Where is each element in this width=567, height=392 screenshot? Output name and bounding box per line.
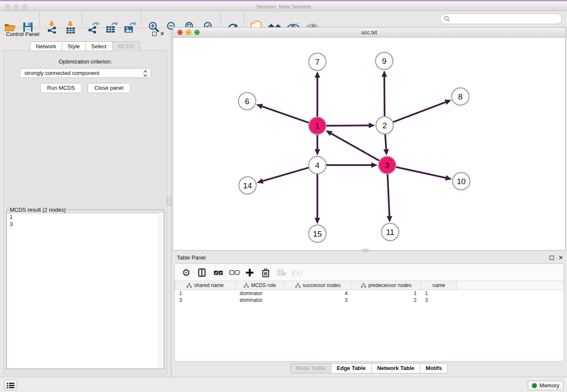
cell-shared-name[interactable]: 1 — [175, 290, 236, 297]
graph-node-9[interactable]: 9 — [376, 52, 393, 70]
graph-node-3[interactable]: 3 — [379, 157, 396, 174]
search-input[interactable] — [450, 16, 561, 22]
graph-edge-2-9[interactable] — [382, 70, 387, 117]
table-row[interactable]: 1dominator411 — [175, 290, 564, 297]
cell-predecessor-nodes[interactable]: 1 — [352, 290, 421, 297]
graph-edge-2-8[interactable] — [392, 99, 451, 122]
table-panel-float-button[interactable] — [550, 256, 554, 260]
unselect-all-icon[interactable] — [228, 266, 241, 279]
result-line: 1 — [7, 213, 163, 221]
tab-motifs[interactable]: Motifs — [420, 363, 448, 373]
svg-text:2: 2 — [383, 121, 387, 130]
graph-edge-4-15[interactable] — [315, 173, 320, 224]
result-line: 3 — [7, 221, 163, 228]
cell-filler — [457, 290, 564, 297]
cell-successor-nodes[interactable]: 3 — [284, 297, 352, 304]
network-canvas[interactable]: 7968124314101511 — [173, 38, 565, 250]
result-scrollbar[interactable] — [158, 213, 164, 369]
graph-node-14[interactable]: 14 — [239, 177, 256, 194]
cell-successor-nodes[interactable]: 4 — [284, 290, 352, 297]
table-options-gear-icon[interactable]: ⚙ — [179, 266, 193, 279]
graph-edge-1-6[interactable] — [256, 104, 310, 123]
graph-node-11[interactable]: 11 — [382, 224, 399, 241]
panel-splitter[interactable] — [171, 28, 171, 377]
run-mcds-button[interactable]: Run MCDS — [40, 83, 82, 93]
column-source-icon — [361, 283, 366, 288]
graph-edge-3-11[interactable] — [387, 173, 392, 222]
delete-column-icon[interactable] — [259, 266, 272, 279]
search-box[interactable] — [440, 14, 562, 24]
tab-edge-table[interactable]: Edge Table — [331, 363, 372, 373]
graph-edge-2-3[interactable] — [383, 133, 389, 155]
table-panel-close-button[interactable]: ✕ — [559, 254, 563, 261]
column-header-predecessor-nodes[interactable]: predecessor nodes — [352, 281, 421, 290]
network-splitter-handle[interactable] — [363, 249, 369, 252]
graph-edge-3-1[interactable] — [326, 130, 380, 161]
graph-edge-1-7[interactable] — [315, 72, 320, 118]
column-header-name[interactable]: name — [421, 281, 457, 290]
graph-node-15[interactable]: 15 — [309, 225, 326, 243]
select-all-icon[interactable] — [212, 266, 225, 279]
close-panel-button[interactable]: Close panel — [88, 83, 130, 93]
graph-node-7[interactable]: 7 — [309, 53, 326, 71]
cell-predecessor-nodes[interactable]: 2 — [352, 297, 421, 304]
svg-text:10: 10 — [457, 177, 465, 186]
graph-node-10[interactable]: 10 — [453, 173, 470, 190]
control-panel-close-button[interactable]: ✕ — [160, 30, 165, 37]
app-title-bar: Session: New Session — [0, 0, 567, 11]
network-window-titlebar: × − + scc.txt — [173, 28, 565, 38]
tab-network-table[interactable]: Network Table — [371, 363, 420, 373]
svg-text:11: 11 — [386, 228, 394, 237]
toolbar-separator — [82, 12, 82, 26]
search-icon — [444, 16, 450, 22]
optimization-criterion-dropdown[interactable]: strongly connected component — [20, 68, 151, 78]
graph-node-6[interactable]: 6 — [239, 93, 256, 110]
dropdown-selected-value: strongly connected component — [25, 70, 99, 76]
toolbar-separator — [141, 12, 141, 26]
add-column-icon[interactable] — [243, 266, 256, 279]
cell-name[interactable]: 1 — [421, 290, 457, 297]
mcds-tab-content: Optimization criterion: strongly connect… — [3, 50, 167, 375]
control-panel-header: Control Panel ✕ — [0, 28, 171, 39]
svg-text:4: 4 — [315, 161, 320, 170]
memory-label: Memory — [539, 382, 559, 389]
cell-shared-name[interactable]: 3 — [175, 297, 236, 304]
node-table-container: ⚙ f(x) shared nameMCDS rolesucces — [174, 263, 564, 362]
graph-edge-1-2[interactable] — [325, 123, 375, 128]
panel-splitter-handle[interactable] — [167, 197, 171, 206]
graph-node-2[interactable]: 2 — [376, 117, 394, 134]
list-icon — [7, 382, 14, 388]
table-panel-header: Table Panel ✕ — [173, 252, 566, 263]
table-panel-tabs: Node TableEdge TableNetwork TableMotifs — [173, 363, 566, 373]
mcds-result-textarea[interactable]: 13 — [7, 213, 163, 368]
show-column-icon[interactable] — [195, 266, 209, 279]
tab-node-table[interactable]: Node Table — [290, 363, 331, 373]
column-header-shared-name[interactable]: shared name — [175, 281, 236, 290]
graph-node-1[interactable]: 1 — [309, 117, 326, 135]
apply-function-icon: f(x) — [290, 266, 303, 279]
graph-edge-4-3[interactable] — [325, 163, 378, 168]
graph-edge-4-14[interactable] — [257, 167, 310, 184]
memory-button[interactable]: Memory — [528, 381, 564, 390]
svg-text:1: 1 — [315, 121, 320, 130]
column-header-MCDS-role[interactable]: MCDS role — [236, 281, 284, 290]
graph-edge-3-10[interactable] — [395, 167, 452, 180]
cell-MCDS-role[interactable]: dominator — [236, 290, 284, 297]
cell-name[interactable]: 3 — [421, 297, 457, 304]
graph-node-4[interactable]: 4 — [309, 157, 326, 174]
table-header-row[interactable]: shared nameMCDS rolesuccessor nodesprede… — [175, 281, 564, 290]
show-panels-button[interactable] — [4, 380, 17, 390]
graph-node-8[interactable]: 8 — [452, 88, 469, 105]
table-row[interactable]: 3dominator323 — [175, 297, 564, 304]
delete-table-icon — [275, 266, 288, 279]
column-source-icon — [244, 283, 249, 288]
cell-MCDS-role[interactable]: dominator — [236, 297, 284, 304]
column-header-filler — [457, 281, 564, 290]
control-panel-float-button[interactable] — [152, 32, 157, 36]
table-toolbar: ⚙ f(x) — [175, 264, 564, 281]
dropdown-stepper-icon — [143, 69, 148, 77]
toolbar-separator — [220, 12, 221, 26]
graph-edge-1-4[interactable] — [315, 134, 320, 156]
main-toolbar — [0, 11, 567, 28]
column-header-successor-nodes[interactable]: successor nodes — [284, 281, 352, 290]
